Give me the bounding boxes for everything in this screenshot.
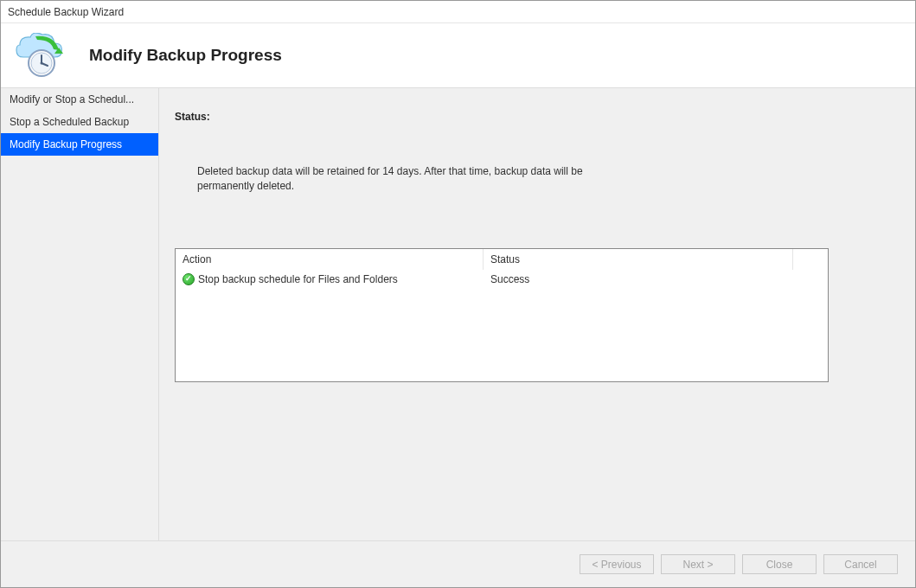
titlebar: Schedule Backup Wizard: [1, 1, 915, 23]
table-row: ✓ Stop backup schedule for Files and Fol…: [176, 270, 828, 289]
next-button[interactable]: Next >: [661, 554, 735, 574]
header-icon-wrap: [8, 33, 68, 78]
wizard-header: Modify Backup Progress: [1, 23, 915, 88]
sidebar-item-modify-or-stop[interactable]: Modify or Stop a Schedul...: [1, 88, 158, 111]
svg-point-5: [41, 62, 43, 65]
wizard-body: Modify or Stop a Schedul... Stop a Sched…: [1, 88, 915, 540]
close-button[interactable]: Close: [742, 554, 817, 574]
progress-table: Action Status ✓ Stop backup schedule for…: [175, 248, 829, 382]
sidebar-item-stop-scheduled-backup[interactable]: Stop a Scheduled Backup: [1, 111, 158, 133]
backup-schedule-icon: [11, 33, 65, 78]
table-header-status[interactable]: Status: [484, 249, 793, 270]
status-label: Status:: [175, 111, 829, 123]
action-text: Stop backup schedule for Files and Folde…: [198, 273, 398, 285]
previous-button[interactable]: < Previous: [580, 554, 654, 574]
cancel-button[interactable]: Cancel: [823, 554, 898, 574]
table-header-action[interactable]: Action: [176, 249, 484, 270]
table-cell-action: ✓ Stop backup schedule for Files and Fol…: [176, 273, 484, 285]
table-header: Action Status: [176, 249, 828, 270]
window-title: Schedule Backup Wizard: [8, 6, 124, 18]
success-check-icon: ✓: [183, 273, 195, 285]
wizard-footer: < Previous Next > Close Cancel: [1, 540, 915, 587]
status-text: Deleted backup data will be retained for…: [197, 164, 630, 195]
wizard-content: Status: Deleted backup data will be reta…: [159, 88, 915, 540]
sidebar-item-modify-backup-progress[interactable]: Modify Backup Progress: [1, 133, 158, 156]
table-cell-status: Success: [484, 273, 828, 285]
wizard-steps-sidebar: Modify or Stop a Schedul... Stop a Sched…: [1, 88, 159, 540]
page-title: Modify Backup Progress: [89, 46, 282, 65]
